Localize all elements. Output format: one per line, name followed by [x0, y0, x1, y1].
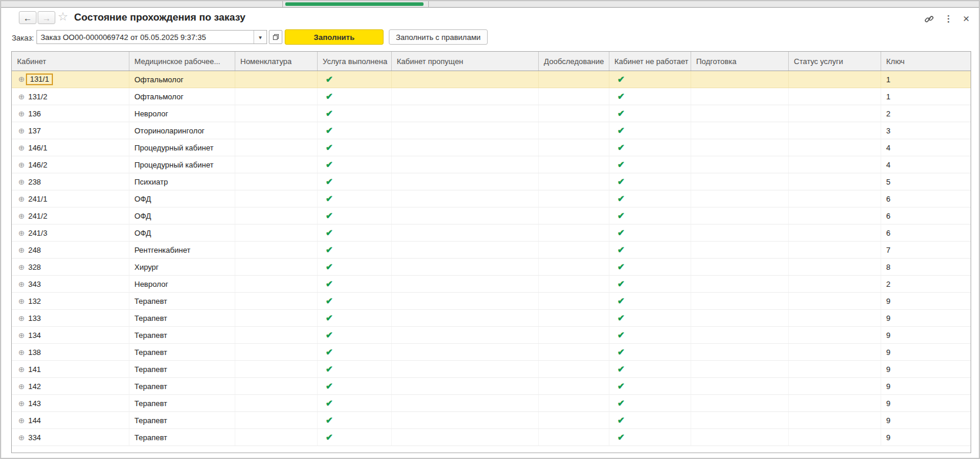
- cell-cabinet[interactable]: ⊕248: [12, 242, 129, 259]
- chevron-down-icon[interactable]: ▾: [254, 31, 266, 43]
- cabinet-value[interactable]: 146/1: [28, 143, 48, 152]
- expand-row-icon[interactable]: ⊕: [18, 109, 25, 118]
- cell-cabinet-not-working[interactable]: ✔: [609, 207, 691, 225]
- cell-cabinet[interactable]: ⊕241/3: [12, 225, 129, 242]
- cell-nomenclature[interactable]: [235, 88, 317, 105]
- cell-cabinet[interactable]: ⊕136: [12, 105, 129, 122]
- cell-service-status[interactable]: [788, 327, 881, 344]
- cell-cabinet-skipped[interactable]: [391, 190, 538, 207]
- column-header[interactable]: Ключ: [881, 52, 971, 71]
- cabinet-value[interactable]: 334: [28, 433, 41, 442]
- cell-cabinet-skipped[interactable]: [391, 395, 538, 412]
- cabinet-value[interactable]: 241/3: [28, 229, 48, 237]
- cell-cabinet[interactable]: ⊕238: [12, 173, 129, 190]
- table-row[interactable]: ⊕134Терапевт✔✔9: [12, 327, 971, 344]
- cell-key[interactable]: 9: [881, 344, 971, 361]
- cell-cabinet-not-working[interactable]: ✔: [609, 122, 691, 139]
- cell-workplace[interactable]: Рентгенкабинет: [129, 242, 235, 259]
- cell-preparation[interactable]: [691, 412, 788, 429]
- cell-workplace[interactable]: Психиатр: [129, 173, 235, 190]
- cell-key[interactable]: 2: [881, 276, 971, 293]
- expand-row-icon[interactable]: ⊕: [18, 416, 25, 425]
- cell-preparation[interactable]: [691, 276, 788, 293]
- cell-cabinet[interactable]: ⊕328: [12, 259, 129, 276]
- cell-service-done[interactable]: ✔: [317, 242, 391, 259]
- cell-service-done[interactable]: ✔: [317, 429, 391, 446]
- cell-cabinet[interactable]: ⊕138: [12, 344, 129, 361]
- cell-cabinet[interactable]: ⊕133: [12, 310, 129, 327]
- cell-cabinet-not-working[interactable]: ✔: [609, 105, 691, 122]
- table-row[interactable]: ⊕241/1ОФД✔✔6: [12, 190, 971, 207]
- cell-preparation[interactable]: [691, 378, 788, 395]
- cell-cabinet-skipped[interactable]: [391, 242, 538, 259]
- cell-service-done[interactable]: ✔: [317, 122, 391, 139]
- cell-service-status[interactable]: [788, 207, 881, 225]
- cell-service-done[interactable]: ✔: [317, 361, 391, 378]
- cell-key[interactable]: 8: [881, 259, 971, 276]
- cell-cabinet-skipped[interactable]: [391, 361, 538, 378]
- cell-reexamination[interactable]: [538, 190, 609, 207]
- cell-cabinet-skipped[interactable]: [391, 156, 538, 173]
- cell-service-done[interactable]: ✔: [317, 88, 391, 105]
- column-header[interactable]: Статус услуги: [788, 52, 881, 71]
- cell-reexamination[interactable]: [538, 293, 609, 310]
- expand-row-icon[interactable]: ⊕: [18, 229, 25, 237]
- column-header[interactable]: Медицинское рабочее...: [129, 52, 235, 71]
- cell-service-done[interactable]: ✔: [317, 395, 391, 412]
- expand-row-icon[interactable]: ⊕: [18, 297, 25, 306]
- cell-preparation[interactable]: [691, 361, 788, 378]
- table-row[interactable]: ⊕133Терапевт✔✔9: [12, 310, 971, 327]
- cell-reexamination[interactable]: [538, 378, 609, 395]
- cell-cabinet[interactable]: ⊕334: [12, 429, 129, 446]
- table-row[interactable]: ⊕146/2Процедурный кабинет✔✔4: [12, 156, 971, 173]
- cell-cabinet-not-working[interactable]: ✔: [609, 71, 691, 88]
- table-row[interactable]: ⊕141Терапевт✔✔9: [12, 361, 971, 378]
- expand-row-icon[interactable]: ⊕: [18, 195, 25, 203]
- cell-cabinet-not-working[interactable]: ✔: [609, 412, 691, 429]
- cell-nomenclature[interactable]: [235, 276, 317, 293]
- cell-reexamination[interactable]: [538, 156, 609, 173]
- cell-workplace[interactable]: Хирург: [129, 259, 235, 276]
- cell-cabinet-skipped[interactable]: [391, 88, 538, 105]
- cell-service-status[interactable]: [788, 122, 881, 139]
- cell-preparation[interactable]: [691, 156, 788, 173]
- cell-cabinet[interactable]: ⊕146/1: [12, 139, 129, 156]
- cell-cabinet-skipped[interactable]: [391, 225, 538, 242]
- cell-service-done[interactable]: ✔: [317, 259, 391, 276]
- cell-key[interactable]: 7: [881, 242, 971, 259]
- cell-nomenclature[interactable]: [235, 122, 317, 139]
- cell-key[interactable]: 9: [881, 378, 971, 395]
- cabinet-value[interactable]: 133: [28, 314, 41, 323]
- cabinet-value[interactable]: 131/2: [28, 92, 48, 101]
- cell-preparation[interactable]: [691, 242, 788, 259]
- cell-nomenclature[interactable]: [235, 310, 317, 327]
- cell-cabinet-skipped[interactable]: [391, 310, 538, 327]
- cell-key[interactable]: 9: [881, 293, 971, 310]
- expand-row-icon[interactable]: ⊕: [18, 160, 25, 169]
- expand-row-icon[interactable]: ⊕: [18, 143, 25, 152]
- cell-service-done[interactable]: ✔: [317, 71, 391, 88]
- cell-service-done[interactable]: ✔: [317, 207, 391, 225]
- expand-row-icon[interactable]: ⊕: [18, 399, 25, 408]
- cell-nomenclature[interactable]: [235, 173, 317, 190]
- expand-row-icon[interactable]: ⊕: [18, 348, 25, 357]
- cell-service-done[interactable]: ✔: [317, 139, 391, 156]
- expand-row-icon[interactable]: ⊕: [18, 433, 25, 442]
- cell-cabinet-skipped[interactable]: [391, 429, 538, 446]
- cell-service-status[interactable]: [788, 344, 881, 361]
- cell-key[interactable]: 9: [881, 310, 971, 327]
- cell-reexamination[interactable]: [538, 259, 609, 276]
- cell-cabinet-not-working[interactable]: ✔: [609, 190, 691, 207]
- cell-service-status[interactable]: [788, 190, 881, 207]
- cell-cabinet-skipped[interactable]: [391, 207, 538, 225]
- cell-key[interactable]: 6: [881, 225, 971, 242]
- expand-row-icon[interactable]: ⊕: [18, 365, 25, 374]
- table-row[interactable]: ⊕146/1Процедурный кабинет✔✔4: [12, 139, 971, 156]
- cell-reexamination[interactable]: [538, 173, 609, 190]
- cell-service-status[interactable]: [788, 225, 881, 242]
- cell-service-status[interactable]: [788, 71, 881, 88]
- cell-key[interactable]: 1: [881, 71, 971, 88]
- cell-cabinet-not-working[interactable]: ✔: [609, 310, 691, 327]
- table-row[interactable]: ⊕137Оториноларинголог✔✔3: [12, 122, 971, 139]
- cell-workplace[interactable]: ОФД: [129, 207, 235, 225]
